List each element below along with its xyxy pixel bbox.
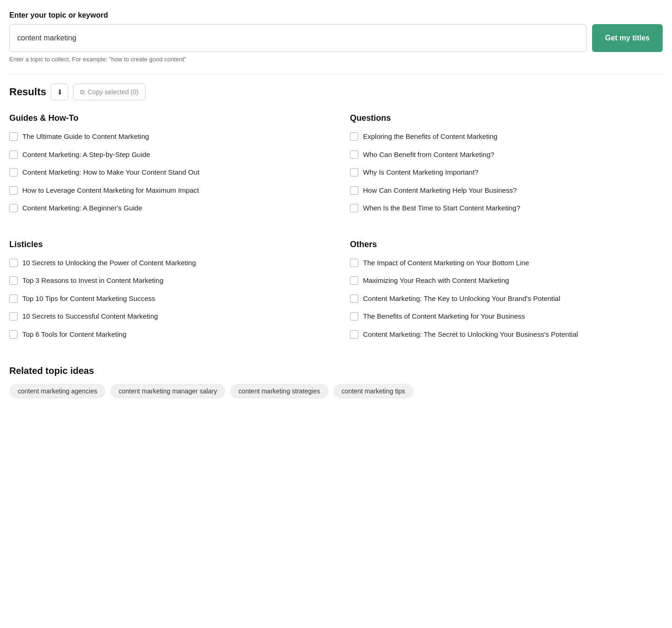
list-item: Top 10 Tips for Content Marketing Succes… [9, 294, 322, 304]
related-title: Related topic ideas [9, 366, 663, 376]
title-text: Content Marketing: How to Make Your Cont… [22, 167, 199, 178]
copy-selected-button[interactable]: ⧉ Copy selected (0) [73, 84, 145, 100]
list-item: Content Marketing: The Key to Unlocking … [350, 294, 663, 304]
download-icon: ⬇ [57, 88, 63, 97]
title-text: The Ultimate Guide to Content Marketing [22, 131, 149, 142]
title-text: When Is the Best Time to Start Content M… [363, 203, 520, 214]
title-checkbox[interactable] [9, 276, 18, 285]
title-checkbox[interactable] [350, 259, 358, 267]
title-text: Content Marketing: A Step-by-Step Guide [22, 150, 150, 160]
category-guides: Guides & How-ToThe Ultimate Guide to Con… [9, 113, 322, 221]
list-item: The Impact of Content Marketing on Your … [350, 258, 663, 268]
results-header: Results ⬇ ⧉ Copy selected (0) [9, 84, 663, 100]
title-text: Top 10 Tips for Content Marketing Succes… [22, 294, 155, 304]
title-text: Exploring the Benefits of Content Market… [363, 131, 497, 142]
related-tag[interactable]: content marketing tips [333, 384, 414, 399]
title-checkbox[interactable] [9, 132, 18, 141]
list-item: Exploring the Benefits of Content Market… [350, 131, 663, 142]
list-item: How to Leverage Content Marketing for Ma… [9, 185, 322, 196]
title-text: Why Is Content Marketing Important? [363, 167, 478, 178]
title-checkbox[interactable] [9, 204, 18, 212]
download-button[interactable]: ⬇ [51, 84, 68, 100]
get-titles-button[interactable]: Get my titles [592, 24, 663, 52]
title-text: How to Leverage Content Marketing for Ma… [22, 185, 199, 196]
list-item: The Ultimate Guide to Content Marketing [9, 131, 322, 142]
title-list-guides: The Ultimate Guide to Content MarketingC… [9, 131, 322, 214]
title-checkbox[interactable] [9, 259, 18, 267]
title-checkbox[interactable] [350, 150, 358, 159]
related-tag[interactable]: content marketing agencies [9, 384, 105, 399]
title-text: Who Can Benefit from Content Marketing? [363, 150, 494, 160]
title-text: Content Marketing: A Beginner's Guide [22, 203, 142, 214]
title-checkbox[interactable] [9, 186, 18, 195]
title-checkbox[interactable] [9, 312, 18, 321]
category-listicles: Listicles10 Secrets to Unlocking the Pow… [9, 240, 322, 347]
list-item: 10 Secrets to Unlocking the Power of Con… [9, 258, 322, 268]
hint-text: Enter a topic to collect. For example: "… [9, 56, 663, 63]
copy-icon: ⧉ [80, 88, 85, 96]
category-title-guides: Guides & How-To [9, 113, 322, 123]
list-item: Content Marketing: A Step-by-Step Guide [9, 150, 322, 160]
title-text: Top 6 Tools for Content Marketing [22, 329, 126, 340]
list-item: Content Marketing: The Secret to Unlocki… [350, 329, 663, 340]
list-item: 10 Secrets to Successful Content Marketi… [9, 311, 322, 322]
title-checkbox[interactable] [9, 150, 18, 159]
title-checkbox[interactable] [9, 168, 18, 177]
title-checkbox[interactable] [9, 330, 18, 339]
title-text: 10 Secrets to Successful Content Marketi… [22, 311, 158, 322]
category-title-listicles: Listicles [9, 240, 322, 249]
copy-selected-label: Copy selected (0) [87, 88, 138, 96]
title-checkbox[interactable] [350, 186, 358, 195]
title-text: 10 Secrets to Unlocking the Power of Con… [22, 258, 196, 268]
title-list-listicles: 10 Secrets to Unlocking the Power of Con… [9, 258, 322, 340]
title-checkbox[interactable] [350, 276, 358, 285]
list-item: Content Marketing: How to Make Your Cont… [9, 167, 322, 178]
search-row: Get my titles [9, 24, 663, 52]
title-text: Content Marketing: The Secret to Unlocki… [363, 329, 578, 340]
title-checkbox[interactable] [350, 330, 358, 339]
results-title: Results [9, 86, 46, 98]
list-item: When Is the Best Time to Start Content M… [350, 203, 663, 214]
list-item: Maximizing Your Reach with Content Marke… [350, 275, 663, 286]
title-checkbox[interactable] [350, 132, 358, 141]
list-item: Top 3 Reasons to Invest in Content Marke… [9, 275, 322, 286]
category-others: OthersThe Impact of Content Marketing on… [350, 240, 663, 347]
title-text: Content Marketing: The Key to Unlocking … [363, 294, 560, 304]
title-text: The Benefits of Content Marketing for Yo… [363, 311, 525, 322]
list-item: Content Marketing: A Beginner's Guide [9, 203, 322, 214]
category-questions: QuestionsExploring the Benefits of Conte… [350, 113, 663, 221]
list-item: Top 6 Tools for Content Marketing [9, 329, 322, 340]
title-text: The Impact of Content Marketing on Your … [363, 258, 529, 268]
category-title-questions: Questions [350, 113, 663, 123]
title-text: Top 3 Reasons to Invest in Content Marke… [22, 275, 164, 286]
title-text: Maximizing Your Reach with Content Marke… [363, 275, 509, 286]
title-checkbox[interactable] [350, 294, 358, 303]
category-title-others: Others [350, 240, 663, 249]
header-section: Enter your topic or keyword Get my title… [9, 11, 663, 63]
divider [9, 74, 663, 74]
related-tag[interactable]: content marketing manager salary [110, 384, 225, 399]
list-item: How Can Content Marketing Help Your Busi… [350, 185, 663, 196]
related-section: Related topic ideas content marketing ag… [9, 366, 663, 399]
title-list-others: The Impact of Content Marketing on Your … [350, 258, 663, 340]
title-checkbox[interactable] [350, 312, 358, 321]
list-item: Why Is Content Marketing Important? [350, 167, 663, 178]
related-tags: content marketing agenciescontent market… [9, 384, 663, 399]
search-input[interactable] [9, 24, 586, 52]
topic-label: Enter your topic or keyword [9, 11, 663, 20]
title-checkbox[interactable] [350, 204, 358, 212]
title-list-questions: Exploring the Benefits of Content Market… [350, 131, 663, 214]
results-grid: Guides & How-ToThe Ultimate Guide to Con… [9, 113, 663, 347]
related-tag[interactable]: content marketing strategies [230, 384, 329, 399]
title-checkbox[interactable] [350, 168, 358, 177]
list-item: The Benefits of Content Marketing for Yo… [350, 311, 663, 322]
title-checkbox[interactable] [9, 294, 18, 303]
title-text: How Can Content Marketing Help Your Busi… [363, 185, 517, 196]
list-item: Who Can Benefit from Content Marketing? [350, 150, 663, 160]
